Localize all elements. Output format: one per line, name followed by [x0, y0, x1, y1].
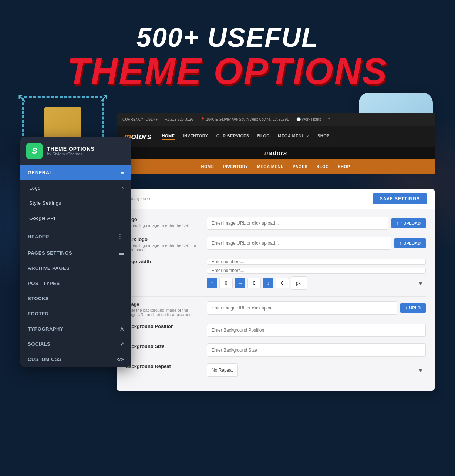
dark-logo-input-group: ↑ UPLOAD	[207, 237, 426, 250]
arrow-down-value[interactable]	[276, 278, 289, 288]
nav-item-logo[interactable]: Logo ›	[20, 180, 131, 195]
hero-line2: THEME OPTIONS	[0, 53, 455, 90]
nav2-mega-menu[interactable]: MEGA MENU	[257, 164, 284, 169]
nav-item-general[interactable]: GENERAL ≡	[20, 165, 131, 180]
panel-title: THEME OPTIONS	[47, 146, 95, 152]
logo-width-input2[interactable]	[207, 268, 426, 274]
settings-panel: Coming soon... SAVE SETTINGS Logo Upload…	[117, 189, 435, 391]
arrow-up-btn[interactable]: ↑	[207, 278, 217, 288]
logo-label-block: Logo Upload logo image or enter the URL	[125, 217, 199, 228]
sliders-icon: ≡	[121, 170, 124, 175]
nav-item-typography[interactable]: TYPOGRAPHY A	[20, 321, 131, 336]
nav-home[interactable]: HOME	[162, 134, 175, 140]
code-icon: </>	[117, 356, 124, 362]
arrow-topleft-icon: ↖	[17, 91, 27, 105]
arrow-right-value[interactable]	[247, 278, 261, 288]
bg-size-input[interactable]	[207, 343, 426, 357]
bg-repeat-label-block: Background Repeat	[125, 363, 199, 370]
bg-repeat-row: Background Repeat No Repeat Repeat Repea…	[125, 363, 426, 377]
chevron-right-icon: ›	[122, 185, 124, 191]
share-icon: ⤢	[120, 341, 124, 347]
phone-label: +1 212-226-3126	[165, 117, 193, 121]
bg-image-url-input[interactable]	[207, 301, 397, 315]
dark-logo-label: Dark logo	[125, 237, 199, 242]
logo-width-input1[interactable]	[207, 259, 426, 265]
nav-item-style-settings[interactable]: Style Settings	[20, 195, 131, 211]
nav-mega-menu[interactable]: MEGA MENU ∨	[278, 134, 309, 140]
settings-divider-1	[125, 296, 426, 297]
arrow-topright-icon: ↗	[99, 91, 109, 105]
panel-header: S THEME OPTIONS by StylemixThemes	[20, 137, 131, 165]
address-label: 📍 1840 E Garvey Ave South West Covina, C…	[200, 117, 289, 121]
nav2-shop[interactable]: SHOP	[338, 164, 350, 169]
nav-item-google-api[interactable]: Google API	[20, 211, 131, 226]
logo-width-row: Logo width ↑ → ↓ px % em	[125, 259, 426, 290]
upload-icon: ↑	[397, 221, 399, 225]
nav-item-custom-css[interactable]: CUSTOM CSS </>	[20, 352, 131, 367]
nav-item-logo-label: Logo	[29, 185, 41, 191]
panel-logo: S	[26, 143, 43, 159]
bg-position-row: Background Position	[125, 324, 426, 337]
dark-upload-icon: ↑	[400, 241, 402, 245]
bg-position-input[interactable]	[207, 324, 426, 337]
nav-item-header-label: HEADER	[28, 234, 49, 239]
nav-item-archive-pages[interactable]: ARCHIVE PAGES	[20, 261, 131, 276]
nav-item-archive-label: ARCHIVE PAGES	[28, 265, 70, 271]
dark-logo-row: Dark logo Upload logo image or enter the…	[125, 237, 426, 252]
bg-upload-button[interactable]: ↑ UPLO	[400, 303, 426, 313]
nav2-inventory[interactable]: INVENTORY	[223, 164, 248, 169]
bg-upload-icon: ↑	[405, 306, 408, 310]
panel-title-block: THEME OPTIONS by StylemixThemes	[47, 146, 95, 156]
nav-inventory[interactable]: INVENTORY	[183, 134, 208, 140]
nav2-pages[interactable]: PAGES	[293, 164, 307, 169]
nav-shop[interactable]: SHOP	[317, 134, 330, 140]
arrow-up-value[interactable]	[219, 278, 233, 288]
nav-item-google-label: Google API	[29, 215, 55, 221]
bg-repeat-select[interactable]: No Repeat Repeat Repeat-X Repeat-Y	[207, 363, 238, 377]
bg-repeat-input-group: No Repeat Repeat Repeat-X Repeat-Y	[207, 363, 426, 377]
nav-item-custom-css-label: CUSTOM CSS	[28, 356, 61, 362]
unit-select[interactable]: px % em	[291, 276, 307, 290]
save-settings-button[interactable]: SAVE SETTINGS	[373, 193, 427, 204]
logo-width-label: Logo width	[125, 259, 199, 264]
nav2-home[interactable]: HOME	[201, 164, 214, 169]
nav-item-post-types[interactable]: POST TYPES	[20, 276, 131, 291]
monitor-icon: ▬	[119, 250, 124, 256]
panel-subtitle: by StylemixThemes	[47, 152, 95, 156]
nav-item-header[interactable]: HEADER ⋮	[20, 228, 131, 245]
bg-size-input-group	[207, 343, 426, 357]
nav-item-socials[interactable]: SOCIALS ⤢	[20, 336, 131, 352]
dark-logo-upload-button[interactable]: ↑ UPLOAD	[394, 238, 426, 248]
logo-url-input[interactable]	[207, 217, 388, 230]
nav-item-post-types-label: POST TYPES	[28, 281, 60, 286]
nav-item-footer[interactable]: FOOTER	[20, 306, 131, 321]
arrow-down-btn[interactable]: ↓	[263, 278, 273, 288]
motors-navbar: motors HOME INVENTORY OUR SERVICES BLOG …	[117, 126, 435, 147]
logo-upload-button[interactable]: ↑ ↑ UPLOAD	[391, 218, 426, 228]
bg-position-input-group	[207, 324, 426, 337]
hero-line1: 500+ USEFUL	[0, 22, 455, 53]
arrow-input-group: ↑ → ↓ px % em	[207, 276, 426, 290]
dark-upload-label: UPLOAD	[404, 241, 421, 245]
theme-options-panel: S THEME OPTIONS by StylemixThemes GENERA…	[20, 137, 131, 367]
nav-item-typography-label: TYPOGRAPHY	[28, 326, 63, 332]
bg-image-label-block: Image Enter the background image or the …	[125, 301, 199, 317]
motors-nav-links: HOME INVENTORY OUR SERVICES BLOG MEGA ME…	[162, 134, 330, 140]
arrow-right-btn[interactable]: →	[235, 278, 245, 288]
nav-item-style-label: Style Settings	[29, 200, 61, 206]
logo-input-group: ↑ ↑ UPLOAD	[207, 217, 426, 230]
upload-label: ↑ UPLOAD	[400, 221, 421, 225]
motors-navbar2-orange: HOME INVENTORY MEGA MENU PAGES BLOG SHOP	[117, 159, 435, 174]
bg-size-label: Background Size	[125, 343, 199, 349]
nav-services[interactable]: OUR SERVICES	[216, 134, 249, 140]
settings-topbar: Coming soon... SAVE SETTINGS	[117, 189, 435, 209]
nav-item-pages-settings[interactable]: PAGES SETTINGS ▬	[20, 245, 131, 261]
logo-desc: Upload logo image or enter the URL	[125, 223, 199, 228]
dots-icon: ⋮	[117, 232, 124, 241]
logo-width-label-block: Logo width	[125, 259, 199, 265]
dark-logo-url-input[interactable]	[207, 237, 391, 250]
logo-row: Logo Upload logo image or enter the URL …	[125, 217, 426, 230]
nav-blog[interactable]: BLOG	[257, 134, 270, 140]
nav2-blog[interactable]: BLOG	[316, 164, 329, 169]
nav-item-stocks[interactable]: STOCKS	[20, 291, 131, 306]
